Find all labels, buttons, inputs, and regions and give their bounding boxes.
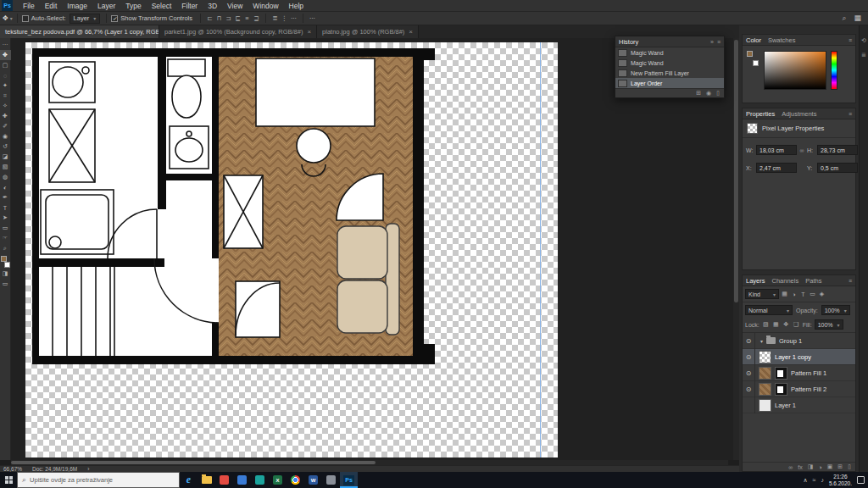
delete-layer-icon[interactable]: ▯ [848,463,851,470]
adjustment-layer-icon[interactable]: ◑ [818,464,821,470]
menu-3d[interactable]: 3D [203,2,222,10]
menu-layer[interactable]: Layer [92,2,120,10]
document-transparency-checkerboard[interactable] [25,42,558,458]
menu-view[interactable]: View [222,2,248,10]
foreground-color-swatch[interactable] [747,51,753,57]
pattern-thumbnail[interactable] [759,367,771,380]
notification-center-icon[interactable] [857,476,865,484]
filter-kind-dropdown[interactable]: Kind▾ [745,289,779,299]
filter-pixel-icon[interactable]: ▦ [781,291,788,297]
color-saturation-field[interactable] [764,51,826,90]
taskbar-chrome[interactable] [287,472,304,488]
filter-type-icon[interactable]: T [799,291,807,297]
foreground-background-swatches[interactable] [0,256,11,268]
vertical-scrollbar-thumb[interactable] [734,40,738,302]
collapse-panel-icon[interactable]: » [710,39,714,45]
search-input[interactable] [30,476,165,484]
screen-mode-button[interactable]: ▭ [0,279,11,289]
taskbar-edge[interactable]: e [180,472,198,488]
background-color-swatch[interactable] [753,60,759,66]
height-field[interactable]: 28,73 cm [817,145,858,155]
link-dimensions-icon[interactable]: ∞ [797,147,807,153]
properties-panel-icon[interactable]: ≣ [861,52,866,58]
menu-image[interactable]: Image [62,2,92,10]
zoom-level[interactable]: 66,67% [3,466,22,472]
quick-selection-tool[interactable]: ✦ [0,80,11,91]
zoom-tool[interactable]: ⌕ [0,243,11,253]
crop-tool[interactable]: ⌗ [0,91,11,101]
brush-tool[interactable]: ✐ [0,121,11,131]
quick-mask-button[interactable]: ◨ [0,269,11,279]
options-overflow-icon[interactable]: ⋯ [308,14,317,22]
visibility-eye-icon[interactable]: ⊙ [743,333,755,349]
y-field[interactable]: 0,5 cm [817,163,858,173]
history-state-selected[interactable]: Layer Order [615,78,724,88]
history-state[interactable]: Magic Wand [615,58,724,68]
taskbar-app-teal[interactable] [251,472,269,488]
menu-filter[interactable]: Filter [176,2,203,10]
align-bottom-icon[interactable]: ⊒ [252,14,261,22]
blend-mode-dropdown[interactable]: Normal▾ [745,305,793,315]
dodge-tool[interactable]: ◐ [0,182,11,192]
pen-tool[interactable]: ✒ [0,192,11,202]
tab-paths[interactable]: Paths [805,277,821,285]
lock-position-icon[interactable]: ✥ [782,321,790,328]
chevron-down-icon[interactable]: ▾ [10,15,13,21]
history-panel-icon[interactable]: ⟲ [861,37,866,44]
tab-history[interactable]: History [619,38,638,46]
document-tab-3[interactable]: platno.jpg @ 100% (RGB/8#) × [317,25,419,38]
lock-pixels-icon[interactable]: ▦ [772,321,780,328]
path-selection-tool[interactable]: ➤ [0,213,11,223]
align-left-icon[interactable]: ⊏ [205,14,214,22]
menu-help[interactable]: Help [284,2,309,10]
distribute-more-icon[interactable]: ⋯ [289,14,298,22]
menu-file[interactable]: File [18,2,40,10]
start-button[interactable] [0,472,17,488]
tab-properties[interactable]: Properties [746,110,775,118]
delete-state-icon[interactable]: ▯ [716,90,720,97]
menu-edit[interactable]: Edit [40,2,63,10]
taskbar-app-blue[interactable] [233,472,251,488]
opacity-dropdown[interactable]: 100%▾ [821,305,850,315]
volume-icon[interactable]: ♪ [821,477,824,483]
panel-menu-icon[interactable]: ≡ [849,278,852,284]
network-icon[interactable]: ≈ [813,477,816,483]
visibility-eye-icon[interactable]: ⊙ [743,349,755,365]
horizontal-scrollbar-thumb[interactable] [11,461,376,464]
fill-dropdown[interactable]: 100%▾ [815,319,843,330]
tab-channels[interactable]: Channels [772,277,799,285]
layer-thumbnail[interactable] [759,351,771,363]
pattern-thumbnail[interactable] [759,383,771,396]
align-right-icon[interactable]: ⊐ [224,14,233,22]
tab-adjustments[interactable]: Adjustments [782,110,816,118]
menu-select[interactable]: Select [147,2,177,10]
lock-transparent-icon[interactable]: ▨ [762,321,770,328]
color-swatch-pair[interactable] [746,51,760,66]
tab-swatches[interactable]: Swatches [768,36,796,44]
filter-adjustment-icon[interactable]: ◑ [790,291,798,297]
taskbar-word[interactable]: W [304,472,322,488]
foreground-color-swatch[interactable] [1,256,7,262]
close-icon[interactable]: × [307,28,311,36]
canvas-area[interactable] [11,38,739,460]
align-middle-icon[interactable]: ≡ [242,14,252,22]
filter-smart-object-icon[interactable]: ◈ [818,291,826,297]
taskbar-file-explorer[interactable] [198,472,215,488]
layer-mask-thumbnail[interactable] [775,367,787,380]
tab-color[interactable]: Color [746,36,761,44]
tray-expand-icon[interactable]: ∧ [803,477,807,484]
taskbar-search[interactable]: ⌕ [17,472,180,488]
distribute-h-icon[interactable]: ⋮ [280,14,289,22]
document-tab-1[interactable]: teksture_bez podova.pdf @ 66,7% (Layer 1… [0,25,159,38]
x-field[interactable]: 2,47 cm [756,163,797,173]
show-transform-checkbox[interactable]: ✓ [111,15,118,22]
align-center-h-icon[interactable]: ⊓ [214,14,224,22]
layer-row-pattern-fill-1[interactable]: ⊙ Pattern Fill 1 [743,365,855,381]
new-document-from-state-icon[interactable]: ⊞ [696,90,701,97]
layer-mask-thumbnail[interactable] [775,383,787,396]
panel-menu-icon[interactable]: ≡ [849,37,852,43]
history-state[interactable]: Magic Wand [615,47,724,58]
type-tool[interactable]: T [0,202,11,213]
status-menu-arrow[interactable]: › [87,466,89,472]
search-icon[interactable]: ⌕ [842,14,846,23]
